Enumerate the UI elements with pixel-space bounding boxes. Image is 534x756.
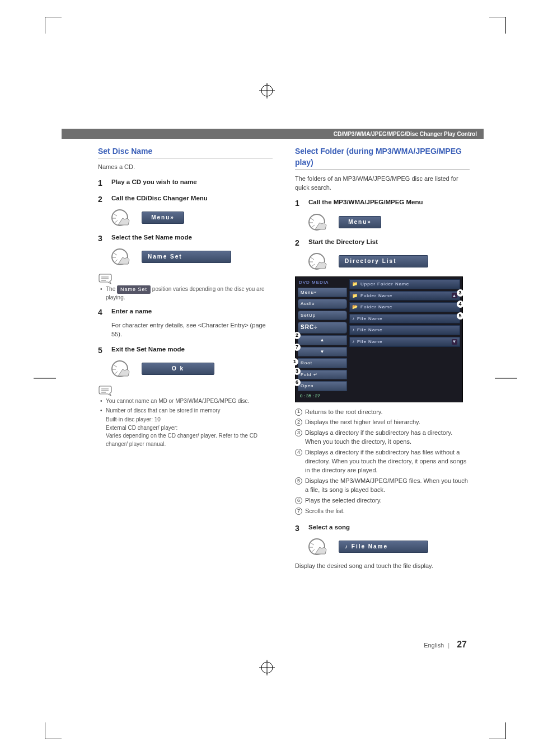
legend-number-icon: 2 (295, 419, 302, 426)
left-title: Set Disc Name (98, 145, 273, 157)
fold-button[interactable]: Fold↵ (298, 370, 347, 380)
step-number: 1 (295, 198, 303, 209)
legend-item: 5Displays the MP3/WMA/JPEG/MPEG files. W… (295, 477, 470, 495)
file-row[interactable]: ♪ File Name ▼ (349, 337, 460, 347)
note-subline: Built-in disc player: 10 (106, 416, 273, 424)
note-list: The Name Set position varies depending o… (100, 285, 273, 302)
menu-button[interactable]: Menu» (142, 212, 184, 224)
registration-mark-bottom (259, 660, 275, 678)
scroll-down-button[interactable]: ▼ (298, 347, 347, 357)
step-title: Start the Directory List (308, 237, 378, 248)
footer-separator: | (448, 642, 449, 649)
name-set-button[interactable]: Name Set (142, 251, 231, 264)
footer-lang: English (424, 642, 444, 649)
touch-instruction: Name Set (111, 247, 273, 266)
audio-button[interactable]: Audio (298, 299, 347, 309)
step-2: 2 Call the CD/Disc Changer Menu (98, 194, 273, 205)
file-name-button[interactable]: ♪ File Name (339, 541, 428, 553)
right-desc: The folders of an MP3/WMA/JPEG/MPEG disc… (295, 175, 470, 192)
page: CD/MP3/WMA/JPEG/MPEG/Disc Changer Play C… (0, 0, 534, 756)
legend-number-icon: 1 (295, 408, 302, 416)
touch-instruction: O k (111, 359, 273, 378)
note-list: You cannot name an MD or MP3/WMA/JPEG/MP… (100, 397, 273, 415)
step-number: 3 (295, 523, 303, 534)
divider (98, 158, 273, 158)
directory-list-button[interactable]: Directory List (339, 255, 428, 268)
touch-hand-icon (111, 247, 134, 266)
step-title: Enter a name (111, 307, 152, 318)
step-title: Select a song (308, 523, 350, 534)
svg-line-29 (311, 257, 314, 260)
src-button[interactable]: SRC÷ (298, 322, 347, 334)
callout-legend: 1Returns to the root directory. 2Display… (295, 408, 470, 516)
step-number: 1 (98, 177, 106, 189)
upper-folder-row[interactable]: 📁 Upper Folder Name (349, 279, 460, 289)
step-number: 2 (98, 194, 106, 205)
crop-edge (34, 378, 56, 378)
step-title: Call the CD/Disc Changer Menu (111, 194, 208, 205)
touch-instruction: ♪ File Name (308, 537, 470, 556)
scroll-up-button[interactable]: ▲ (298, 335, 347, 345)
svg-line-25 (311, 218, 314, 220)
file-row[interactable]: ♪ File Name 5 (349, 314, 460, 324)
step-3: 3 Select a song (295, 523, 470, 534)
step-3: 3 Select the Set Name mode (98, 233, 273, 244)
note-icon (98, 384, 113, 396)
step-number: 5 (98, 345, 106, 356)
svg-line-13 (115, 260, 118, 262)
folder-row[interactable]: 📁 Folder Name ▲ 3 (349, 291, 460, 301)
left-desc: Names a CD. (98, 163, 273, 172)
setup-button[interactable]: SetUp (298, 311, 347, 321)
left-column: Set Disc Name Names a CD. 1 Play a CD yo… (98, 145, 273, 576)
svg-line-31 (312, 264, 315, 266)
elapsed-time: 0 : 35 : 27 (298, 393, 347, 400)
directory-list-screenshot: DVD MEDIA Menu« Audio SetUp SRC÷ ▲ 2 ▼ (295, 276, 463, 402)
crop-corner (45, 17, 62, 34)
step-number: 3 (98, 233, 106, 244)
svg-line-9 (115, 220, 118, 223)
menu-back-button[interactable]: Menu« (298, 288, 347, 298)
callout-badge: 2 (293, 332, 301, 339)
touch-instruction: Directory List (308, 252, 470, 271)
legend-item: 1Returns to the root directory. (295, 408, 470, 417)
crop-corner (489, 17, 506, 34)
svg-line-35 (312, 550, 315, 552)
legend-number-icon: 5 (295, 477, 302, 485)
note-item: You cannot name an MD or MP3/WMA/JPEG/MP… (100, 397, 273, 406)
menu-button[interactable]: Menu» (339, 216, 381, 229)
legend-item: 4Displays a directory if the subdirector… (295, 448, 470, 475)
note-subline: External CD changer/ player: (106, 424, 273, 433)
svg-line-20 (115, 372, 118, 374)
open-button[interactable]: Open (298, 381, 347, 391)
step-title: Exit the Set Name mode (111, 345, 185, 356)
note-prefix: The (106, 286, 115, 292)
svg-line-7 (114, 214, 117, 216)
root-button[interactable]: Root (298, 358, 347, 368)
registration-mark-top (259, 83, 275, 101)
ok-button[interactable]: O k (142, 363, 214, 375)
step-title: Select the Set Name mode (111, 233, 192, 244)
crop-corner (489, 722, 506, 739)
scroll-down-icon[interactable]: ▼ (452, 339, 457, 345)
folder-row[interactable]: 📂 Folder Name 4 (349, 302, 460, 312)
step-title: Call the MP3/WMA/JPEG/MPEG Menu (308, 198, 423, 209)
touch-hand-icon (111, 208, 134, 227)
legend-number-icon: 7 (295, 508, 302, 515)
callout-badge: 5 (457, 312, 464, 320)
step-4: 4 Enter a name (98, 307, 273, 318)
section-header-text: CD/MP3/WMA/JPEG/MPEG/Disc Changer Play C… (334, 131, 477, 137)
step-5: 5 Exit the Set Name mode (98, 345, 273, 356)
legend-number-icon: 3 (295, 429, 302, 436)
legend-item: 6Plays the selected directory. (295, 496, 470, 505)
note-icon (98, 272, 113, 284)
touch-hand-icon (308, 537, 331, 556)
section-header: CD/MP3/WMA/JPEG/MPEG/Disc Changer Play C… (62, 129, 484, 139)
dvd-media-label: DVD MEDIA (298, 279, 347, 286)
step-2: 2 Start the Directory List (295, 237, 470, 248)
file-row[interactable]: ♪ File Name (349, 325, 460, 335)
crop-edge (495, 378, 517, 378)
legend-number-icon: 4 (295, 449, 302, 456)
step-1: 1 Play a CD you wish to name (98, 177, 273, 189)
legend-item: 3Displays a directory if the subdirector… (295, 429, 470, 447)
step-body: Display the desired song and touch the f… (295, 562, 470, 571)
